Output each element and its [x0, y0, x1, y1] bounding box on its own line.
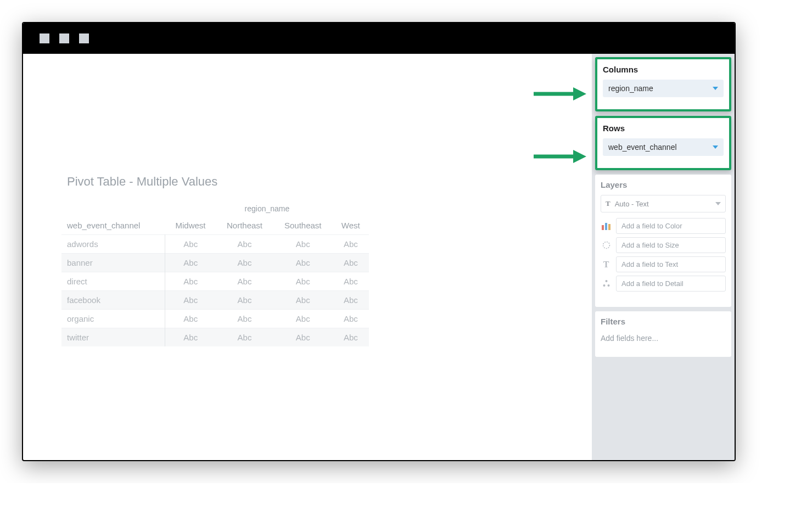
pivot-row-header: adwords [61, 235, 165, 254]
pivot-cell: Abc [333, 254, 369, 272]
pivot-row-field: web_event_channel [61, 216, 165, 235]
pivot-cell: Abc [333, 328, 369, 347]
pivot-cell: Abc [216, 310, 273, 328]
svg-point-6 [603, 284, 605, 287]
pivot-cell: Abc [273, 235, 333, 254]
pivot-table: region_name web_event_channel MidwestNor… [61, 200, 369, 346]
columns-panel-title: Columns [603, 65, 724, 74]
chevron-down-icon [713, 145, 718, 149]
svg-point-7 [607, 284, 609, 287]
columns-panel: Columns region_name [595, 57, 731, 111]
filters-placeholder[interactable]: Add fields here... [601, 332, 726, 345]
pivot-cell: Abc [333, 291, 369, 310]
chevron-down-icon [715, 202, 721, 205]
pivot-row-header: direct [61, 272, 165, 291]
color-field-slot[interactable]: Add a field to Color [616, 218, 726, 234]
pivot-cell: Abc [216, 254, 273, 272]
pivot-cell: Abc [216, 328, 273, 347]
pivot-row-header: organic [61, 310, 165, 328]
pivot-cell: Abc [216, 291, 273, 310]
pivot-column-header: Northeast [216, 216, 273, 235]
config-sidebar: Columns region_name Rows web_event_chann… [592, 54, 735, 460]
rows-panel: Rows web_event_channel [595, 116, 731, 170]
table-row: facebookAbcAbcAbcAbc [61, 291, 369, 310]
svg-point-5 [605, 280, 607, 282]
detail-field-slot[interactable]: Add a field to Detail [616, 276, 726, 292]
text-field-slot[interactable]: Add a field to Text [616, 256, 726, 272]
pivot-cell: Abc [273, 310, 333, 328]
window-control-dot[interactable] [79, 33, 89, 43]
table-row: organicAbcAbcAbcAbc [61, 310, 369, 328]
pivot-cell: Abc [273, 254, 333, 272]
rows-field-label: web_event_channel [608, 143, 677, 152]
pivot-row-header: twitter [61, 328, 165, 347]
text-icon: T [606, 199, 610, 208]
layers-panel-title: Layers [601, 180, 726, 189]
filters-panel: Filters Add fields here... [595, 311, 731, 357]
pivot-row-header: facebook [61, 291, 165, 310]
rows-panel-title: Rows [603, 124, 724, 133]
svg-point-4 [603, 242, 609, 249]
app-window: Pivot Table - Multiple Values region_nam… [22, 22, 736, 461]
window-control-dot[interactable] [59, 33, 69, 43]
pivot-cell: Abc [333, 272, 369, 291]
table-row: twitterAbcAbcAbcAbc [61, 328, 369, 347]
pivot-cell: Abc [165, 328, 216, 347]
size-field-slot[interactable]: Add a field to Size [616, 237, 726, 253]
svg-marker-1 [573, 87, 586, 100]
annotation-arrow-rows [531, 148, 586, 165]
table-row: adwordsAbcAbcAbcAbc [61, 235, 369, 254]
pivot-cell: Abc [165, 272, 216, 291]
main-canvas: Pivot Table - Multiple Values region_nam… [23, 54, 592, 460]
layer-type-select[interactable]: T Auto - Text [601, 195, 726, 212]
rows-field-pill[interactable]: web_event_channel [603, 138, 724, 156]
columns-field-label: region_name [608, 84, 653, 93]
pivot-cell: Abc [273, 272, 333, 291]
svg-marker-3 [573, 150, 586, 163]
pivot-cell: Abc [216, 235, 273, 254]
pivot-cell: Abc [165, 235, 216, 254]
pivot-cell: Abc [273, 328, 333, 347]
pivot-row-header: banner [61, 254, 165, 272]
pivot-cell: Abc [165, 254, 216, 272]
columns-field-pill[interactable]: region_name [603, 80, 724, 97]
pivot-cell: Abc [333, 310, 369, 328]
layer-select-label: Auto - Text [615, 200, 649, 208]
table-row: directAbcAbcAbcAbc [61, 272, 369, 291]
filters-panel-title: Filters [601, 317, 726, 326]
pivot-column-header: Southeast [273, 216, 333, 235]
pivot-column-field: region_name [165, 200, 369, 216]
layers-panel: Layers T Auto - Text Add a field to Colo… [595, 175, 731, 307]
annotation-arrow-columns [531, 86, 586, 102]
color-bars-icon [601, 222, 612, 230]
size-icon [601, 241, 612, 249]
pivot-cell: Abc [165, 310, 216, 328]
pivot-cell: Abc [216, 272, 273, 291]
window-control-dot[interactable] [40, 33, 49, 43]
detail-dots-icon [601, 279, 612, 288]
pivot-cell: Abc [165, 291, 216, 310]
pivot-cell: Abc [333, 235, 369, 254]
table-row: bannerAbcAbcAbcAbc [61, 254, 369, 272]
pivot-cell: Abc [273, 291, 333, 310]
pivot-column-header: Midwest [165, 216, 216, 235]
chart-title: Pivot Table - Multiple Values [67, 175, 553, 189]
chevron-down-icon [713, 87, 718, 90]
titlebar [23, 23, 735, 54]
pivot-column-header: West [333, 216, 369, 235]
text-icon: T [601, 260, 612, 270]
